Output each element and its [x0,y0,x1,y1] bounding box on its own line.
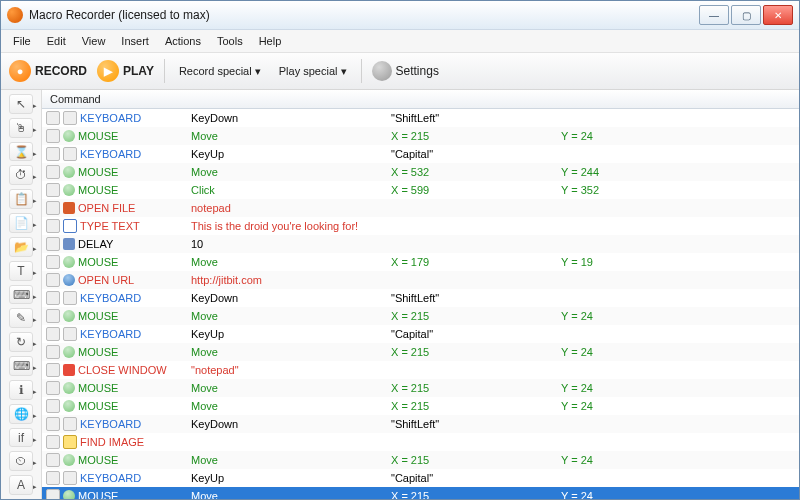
table-row[interactable]: KEYBOARDKeyDown"ShiftLeft" [42,289,799,307]
cell-param3: Y = 24 [557,490,657,499]
menu-actions[interactable]: Actions [157,33,209,49]
action-icon [63,364,75,376]
text-icon[interactable]: T▸ [9,261,33,281]
play-icon: ▶ [97,60,119,82]
action-pre-icon [46,291,60,305]
paste-icon[interactable]: 📋▸ [9,189,33,209]
menu-view[interactable]: View [74,33,114,49]
action-pre-icon [46,147,60,161]
if-icon[interactable]: if▸ [9,428,33,448]
table-row[interactable]: DELAY10 [42,235,799,253]
table-row[interactable]: MOUSEMoveX = 532Y = 244 [42,163,799,181]
table-row[interactable]: KEYBOARDKeyUp"Capital" [42,145,799,163]
minimize-button[interactable]: — [699,5,729,25]
menu-insert[interactable]: Insert [113,33,157,49]
table-row[interactable]: OPEN URLhttp://jitbit.com [42,271,799,289]
table-row[interactable]: KEYBOARDKeyUp"Capital" [42,325,799,343]
cell-param1: http://jitbit.com [187,274,387,286]
cell-param2: "ShiftLeft" [387,112,557,124]
command-name: MOUSE [78,256,118,268]
type-icon[interactable]: ⌨▸ [9,356,33,376]
menu-help[interactable]: Help [251,33,290,49]
cell-command: MOUSE [42,255,187,269]
open-icon[interactable]: 📂▸ [9,237,33,257]
table-row[interactable]: MOUSEMoveX = 215Y = 24 [42,343,799,361]
cell-param1: "notepad" [187,364,387,376]
cell-param3: Y = 24 [557,382,657,394]
menu-file[interactable]: File [5,33,39,49]
table-row[interactable]: KEYBOARDKeyUp"Capital" [42,469,799,487]
cell-param1: Move [187,454,387,466]
cell-param2: "Capital" [387,472,557,484]
table-row[interactable]: MOUSEMoveX = 215Y = 24 [42,487,799,499]
cell-param2: X = 215 [387,346,557,358]
column-header[interactable]: Command [42,90,799,109]
play-button[interactable]: ▶ PLAY [97,60,154,82]
mouse-icon[interactable]: 🖱▸ [9,118,33,138]
action-icon [63,238,75,250]
command-grid[interactable]: KEYBOARDKeyDown"ShiftLeft"MOUSEMoveX = 2… [42,109,799,499]
settings-button[interactable]: Settings [372,61,439,81]
action-icon [63,219,77,233]
cursor-icon[interactable]: ↖▸ [9,94,33,114]
toolbar-separator [361,59,362,83]
table-row[interactable]: CLOSE WINDOW"notepad" [42,361,799,379]
table-row[interactable]: MOUSEMoveX = 215Y = 24 [42,397,799,415]
action-icon [63,327,77,341]
info-icon[interactable]: ℹ▸ [9,380,33,400]
cell-param2: X = 599 [387,184,557,196]
menu-edit[interactable]: Edit [39,33,74,49]
action-icon [63,490,75,499]
action-icon [63,202,75,214]
settings-label: Settings [396,64,439,78]
app-window: Macro Recorder (licensed to max) — ▢ ✕ F… [0,0,800,500]
action-icon [63,471,77,485]
table-row[interactable]: KEYBOARDKeyDown"ShiftLeft" [42,415,799,433]
table-row[interactable]: MOUSEMoveX = 215Y = 24 [42,379,799,397]
cell-param1: This is the droid you're looking for! [187,220,387,232]
wait-icon[interactable]: ⏲▸ [9,451,33,471]
cell-param1: Move [187,256,387,268]
maximize-button[interactable]: ▢ [731,5,761,25]
action-pre-icon [46,417,60,431]
cell-command: OPEN FILE [42,201,187,215]
body: ↖▸🖱▸⌛▸⏱▸📋▸📄▸📂▸T▸⌨▸✎▸↻▸⌨▸ℹ▸🌐▸if▸⏲▸A▸ Comm… [1,90,799,499]
cell-param1: KeyUp [187,148,387,160]
cell-param2: X = 215 [387,400,557,412]
play-special-dropdown[interactable]: Play special ▾ [275,63,351,80]
menu-tools[interactable]: Tools [209,33,251,49]
action-pre-icon [46,381,60,395]
table-row[interactable]: MOUSEClickX = 599Y = 352 [42,181,799,199]
cell-param1: KeyUp [187,328,387,340]
table-row[interactable]: MOUSEMoveX = 215Y = 24 [42,307,799,325]
table-row[interactable]: MOUSEMoveX = 215Y = 24 [42,451,799,469]
brush-icon[interactable]: ✎▸ [9,308,33,328]
action-pre-icon [46,345,60,359]
cell-param3: Y = 24 [557,346,657,358]
table-row[interactable]: OPEN FILEnotepad [42,199,799,217]
table-row[interactable]: MOUSEMoveX = 179Y = 19 [42,253,799,271]
keyboard-icon[interactable]: ⌨▸ [9,285,33,305]
record-button[interactable]: ● RECORD [9,60,87,82]
play-label: PLAY [123,64,154,78]
menubar: File Edit View Insert Actions Tools Help [1,30,799,53]
table-row[interactable]: MOUSEMoveX = 215Y = 24 [42,127,799,145]
toolbar-separator [164,59,165,83]
action-pre-icon [46,273,60,287]
copy-icon[interactable]: 📄▸ [9,213,33,233]
cell-command: MOUSE [42,399,187,413]
cell-param2: "ShiftLeft" [387,418,557,430]
record-special-dropdown[interactable]: Record special ▾ [175,63,265,80]
table-row[interactable]: FIND IMAGE [42,433,799,451]
action-icon [63,435,77,449]
close-button[interactable]: ✕ [763,5,793,25]
font-icon[interactable]: A▸ [9,475,33,495]
table-row[interactable]: TYPE TEXTThis is the droid you're lookin… [42,217,799,235]
timer-icon[interactable]: ⏱▸ [9,165,33,185]
repeat-icon[interactable]: ↻▸ [9,332,33,352]
delay-icon[interactable]: ⌛▸ [9,142,33,162]
cell-command: MOUSE [42,489,187,499]
globe-icon[interactable]: 🌐▸ [9,404,33,424]
cell-param2: X = 215 [387,310,557,322]
table-row[interactable]: KEYBOARDKeyDown"ShiftLeft" [42,109,799,127]
